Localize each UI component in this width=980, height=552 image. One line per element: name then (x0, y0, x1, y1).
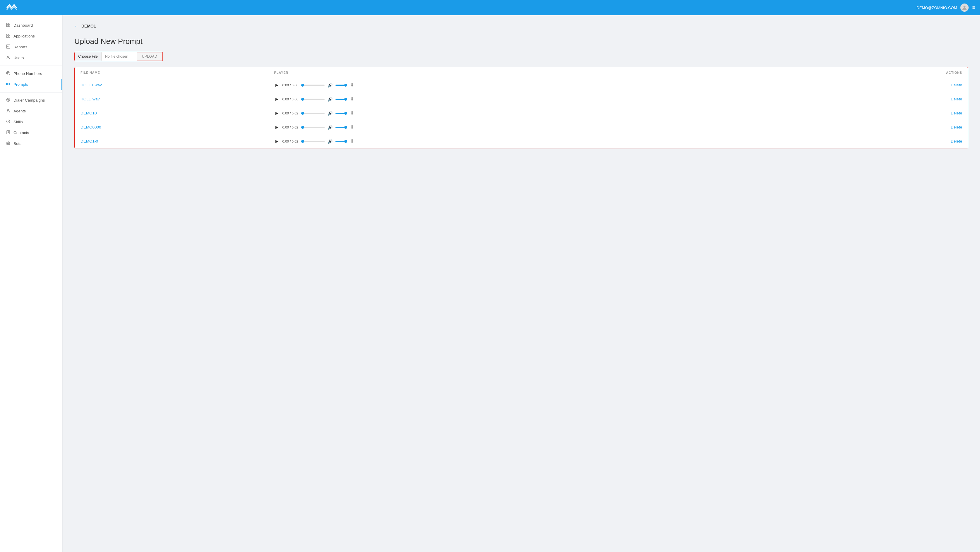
volume-bar[interactable] (336, 127, 347, 128)
play-button[interactable]: ▶ (274, 139, 280, 144)
download-button[interactable]: ⇩ (350, 96, 354, 102)
app-header: DEMO@ZOMNIO.COM ≡ (0, 0, 980, 15)
actions-cell: Delete (805, 78, 968, 92)
svg-rect-5 (6, 34, 8, 35)
volume-knob (344, 98, 347, 101)
bots-icon (6, 141, 11, 146)
col-header-file-name: FILE NAME (75, 67, 269, 78)
phone-numbers-icon (6, 71, 11, 76)
volume-knob (344, 140, 347, 143)
svg-point-0 (964, 6, 966, 8)
table-row: HOLD.wav▶0:00 / 3:06🔊⇩Delete (75, 92, 968, 106)
download-button[interactable]: ⇩ (350, 82, 354, 88)
player-cell: ▶0:00 / 0:02🔊⇩ (269, 134, 805, 148)
back-button[interactable]: ← (74, 24, 79, 29)
play-button[interactable]: ▶ (274, 111, 280, 116)
svg-rect-3 (6, 25, 8, 27)
sidebar-label-dashboard: Dashboard (13, 23, 33, 27)
sidebar-label-skills: Skills (13, 120, 23, 124)
progress-knob (301, 140, 304, 143)
contacts-icon (6, 130, 11, 135)
file-name-link[interactable]: HOLD.wav (81, 97, 100, 101)
volume-icon[interactable]: 🔊 (328, 111, 332, 116)
skills-icon (6, 119, 11, 124)
sidebar-item-phone-numbers[interactable]: Phone Numbers (0, 68, 62, 79)
progress-bar[interactable] (301, 99, 325, 100)
svg-rect-4 (8, 25, 10, 27)
file-name-link[interactable]: DEMO1-0 (81, 139, 98, 143)
download-button[interactable]: ⇩ (350, 124, 354, 130)
table-row: HOLD1.wav▶0:00 / 3:06🔊⇩Delete (75, 78, 968, 92)
col-header-player: PLAYER (269, 67, 805, 78)
progress-bar[interactable] (301, 127, 325, 128)
file-name-link[interactable]: DEMO0000 (81, 125, 101, 129)
download-button[interactable]: ⇩ (350, 110, 354, 116)
sidebar-item-bots[interactable]: Bots (0, 138, 62, 149)
sidebar-item-dashboard[interactable]: Dashboard (0, 20, 62, 31)
sidebar-item-users[interactable]: Users (0, 52, 62, 63)
volume-bar[interactable] (336, 141, 347, 142)
sidebar-label-applications: Applications (13, 34, 35, 38)
volume-bar[interactable] (336, 84, 347, 86)
actions-cell: Delete (805, 92, 968, 106)
svg-rect-2 (8, 23, 10, 25)
sidebar-item-prompts[interactable]: Prompts (0, 79, 62, 90)
delete-button[interactable]: Delete (951, 97, 962, 101)
main-content: ← DEMO1 Upload New Prompt Choose File No… (63, 15, 980, 552)
menu-icon[interactable]: ≡ (972, 5, 975, 11)
player-cell: ▶0:00 / 3:06🔊⇩ (269, 92, 805, 106)
progress-bar[interactable] (301, 84, 325, 86)
header-right: DEMO@ZOMNIO.COM ≡ (916, 3, 975, 12)
play-button[interactable]: ▶ (274, 125, 280, 130)
player-cell: ▶0:00 / 0:02🔊⇩ (269, 106, 805, 120)
delete-button[interactable]: Delete (951, 83, 962, 87)
actions-cell: Delete (805, 106, 968, 120)
prompts-icon (6, 82, 11, 87)
table-row: DEMO1-0▶0:00 / 0:02🔊⇩Delete (75, 134, 968, 148)
volume-bar[interactable] (336, 99, 347, 100)
avatar[interactable] (960, 3, 969, 12)
sidebar-item-agents[interactable]: Agents (0, 106, 62, 116)
time-display: 0:00 / 3:06 (282, 97, 298, 101)
volume-icon[interactable]: 🔊 (328, 139, 332, 144)
sidebar-item-dialer-campaigns[interactable]: Dialer Campaigns (0, 95, 62, 106)
player-cell: ▶0:00 / 3:06🔊⇩ (269, 78, 805, 92)
upload-button[interactable]: UPLOAD (137, 52, 163, 61)
breadcrumb-title: DEMO1 (81, 24, 96, 29)
file-name-link[interactable]: HOLD1.wav (81, 83, 102, 87)
play-button[interactable]: ▶ (274, 83, 280, 88)
delete-button[interactable]: Delete (951, 139, 962, 143)
download-button[interactable]: ⇩ (350, 138, 354, 144)
sidebar-label-agents: Agents (13, 109, 26, 113)
svg-point-22 (8, 99, 9, 100)
reports-icon (6, 45, 11, 49)
choose-file-button[interactable]: Choose File (75, 52, 102, 60)
delete-button[interactable]: Delete (951, 111, 962, 115)
volume-icon[interactable]: 🔊 (328, 97, 332, 102)
sidebar-item-applications[interactable]: Applications (0, 31, 62, 41)
file-name-cell: DEMO10 (75, 106, 269, 120)
file-chosen-text: No file chosen (102, 52, 137, 60)
svg-point-15 (7, 72, 9, 74)
users-icon (6, 55, 11, 60)
volume-icon[interactable]: 🔊 (328, 125, 332, 130)
sidebar-item-skills[interactable]: Skills (0, 116, 62, 127)
progress-bar[interactable] (301, 141, 325, 142)
sidebar-item-reports[interactable]: Reports (0, 41, 62, 52)
logo (5, 3, 19, 12)
progress-bar[interactable] (301, 113, 325, 114)
svg-point-13 (8, 56, 9, 58)
agents-icon (6, 108, 11, 114)
volume-icon[interactable]: 🔊 (328, 83, 332, 87)
delete-button[interactable]: Delete (951, 125, 962, 129)
file-name-link[interactable]: DEMO10 (81, 111, 97, 115)
file-name-cell: DEMO1-0 (75, 134, 269, 148)
sidebar-label-bots: Bots (13, 142, 21, 146)
prompts-table: FILE NAME PLAYER ACTIONS HOLD1.wav▶0:00 … (75, 67, 968, 148)
svg-rect-8 (8, 36, 10, 37)
file-name-cell: DEMO0000 (75, 120, 269, 134)
sidebar-label-prompts: Prompts (13, 82, 28, 87)
volume-bar[interactable] (336, 113, 347, 114)
play-button[interactable]: ▶ (274, 97, 280, 102)
sidebar-item-contacts[interactable]: Contacts (0, 127, 62, 138)
